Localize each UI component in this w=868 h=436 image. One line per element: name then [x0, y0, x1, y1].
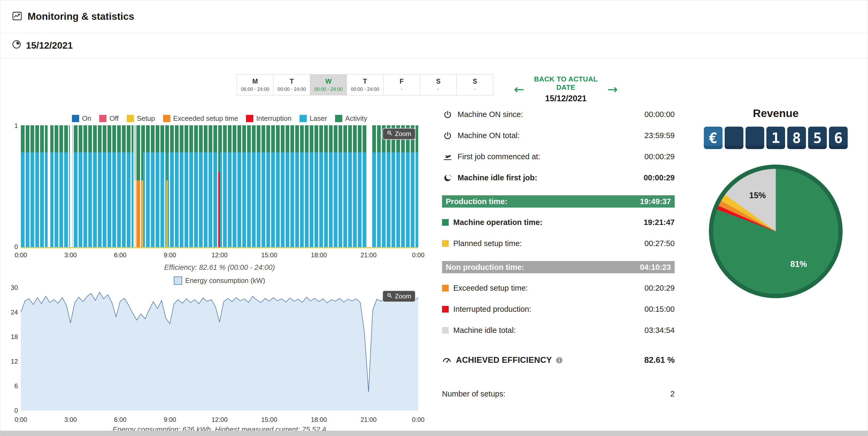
x-tick-label: 6:00: [114, 251, 126, 259]
exceeded-swatch: [442, 285, 449, 292]
timeline-segment-exceeded: [136, 180, 142, 247]
x-tick-label: 18:00: [311, 416, 327, 424]
power-icon: [442, 110, 453, 119]
day-letter: M: [252, 77, 258, 85]
zoom-in-icon: [387, 293, 393, 300]
timeline-segment-activity: [218, 125, 220, 172]
day-range: 00:00 - 24:00: [278, 87, 306, 92]
timeline-segment-activity: [220, 125, 367, 152]
timeline-y-min-label: 0: [14, 243, 18, 250]
day-cell-w[interactable]: W00:00 - 24:00: [310, 74, 347, 95]
timeline-segment-laser: [72, 152, 133, 247]
energy-consumption-chart: Zoom: [21, 288, 418, 411]
x-tick-label: 18:00: [311, 251, 327, 259]
horizontal-scrollbar[interactable]: [0, 431, 868, 436]
stat-label: Interrupted production:: [453, 305, 531, 314]
x-tick-label: 12:00: [212, 416, 227, 424]
legend-swatch: [174, 276, 182, 285]
setup-swatch: [442, 240, 449, 247]
day-cell-t[interactable]: T00:00 - 24:00: [274, 74, 310, 95]
legend-item: Exceeded setup time: [163, 114, 238, 123]
clock-icon: [12, 40, 21, 51]
stat-value: 03:34:54: [645, 326, 675, 335]
timeline-y-max-label: 1: [14, 122, 18, 130]
stat-section-bar: Non production time:04:10:23: [442, 261, 675, 273]
y-tick-label: 0: [14, 407, 18, 414]
stat-label: Exceeded setup time:: [453, 284, 528, 293]
timeline-x-axis: 0:003:006:009:0012:0015:0018:0021:000:00: [21, 251, 418, 259]
legend-swatch: [99, 115, 106, 122]
legend-swatch: [72, 115, 79, 122]
stat-bar-value: 19:49:37: [640, 197, 671, 206]
x-tick-label: 6:00: [114, 416, 126, 424]
timeline-segment-activity: [170, 125, 217, 152]
stat-value: 00:00:00: [645, 110, 675, 119]
date-header: 15/12/2021: [0, 33, 868, 58]
stat-row: Machine idle total:03:34:54: [442, 320, 675, 341]
energy-zoom-button[interactable]: Zoom: [382, 291, 415, 302]
x-tick-label: 12:00: [212, 251, 227, 259]
day-cell-s[interactable]: S-: [457, 74, 493, 95]
day-cell-f[interactable]: F-: [383, 74, 420, 95]
stat-label: Machine idle first job:: [458, 173, 537, 182]
next-day-arrow-icon[interactable]: →: [606, 83, 619, 96]
stat-label: Machine ON total:: [458, 131, 520, 140]
stat-label: Planned setup time:: [453, 239, 522, 248]
stat-value: 00:15:00: [645, 305, 675, 314]
stat-bar-label: Non production time:: [446, 263, 524, 272]
page-title: Monitoring & statistics: [28, 11, 134, 22]
x-tick-label: 3:00: [64, 251, 77, 259]
legend-label: Off: [110, 114, 119, 123]
legend-label: Energy consumption (kW): [185, 276, 265, 285]
timeline-segment-activity: [136, 125, 142, 180]
stat-value: 19:21:47: [644, 218, 675, 227]
x-tick-label: 0:00: [15, 251, 27, 259]
legend-item: On: [72, 114, 91, 123]
day-letter: S: [436, 77, 441, 85]
energy-area-series: [21, 288, 418, 411]
efficiency-caption: Efficiency: 82.61 % (00:00 - 24:00): [21, 263, 418, 272]
number-of-setups-value: 2: [671, 390, 675, 398]
day-cell-m[interactable]: M06:00 - 24:00: [237, 74, 274, 95]
energy-x-axis: 0:003:006:009:0012:0015:0018:0021:000:00: [21, 416, 418, 424]
stat-row: Machine operation time:19:21:47: [442, 212, 675, 233]
stat-row: Interrupted production:00:15:00: [442, 299, 675, 320]
monitoring-page: Monitoring & statistics 15/12/2021 M06:0…: [0, 0, 868, 436]
timeline-segment-laser: [170, 152, 217, 247]
day-cell-s[interactable]: S-: [420, 74, 457, 95]
day-letter: S: [473, 77, 477, 85]
legend-swatch: [246, 115, 253, 122]
legend-label: Laser: [310, 114, 327, 123]
legend-swatch: [163, 115, 170, 122]
digit-tile: [746, 127, 764, 149]
timeline-segment-activity: [21, 125, 48, 152]
stat-value: 00:27:50: [645, 239, 675, 248]
revenue-panel: Revenue €1856 81%15%: [701, 107, 850, 298]
time-distribution-pie-chart: 81%15%: [709, 165, 843, 298]
previous-day-arrow-icon[interactable]: ←: [513, 83, 526, 96]
timeline-segment-laser: [21, 152, 48, 247]
statistics-rows: Machine ON since:00:00:00Machine ON tota…: [442, 104, 675, 341]
legend-label: Activity: [345, 114, 367, 123]
pie-slice-label: 81%: [790, 259, 807, 269]
timeline-segment-activity: [50, 125, 69, 152]
timeline-segment-laser: [371, 152, 418, 247]
timeline-zoom-button[interactable]: Zoom: [382, 128, 415, 140]
stat-value: 00:20:29: [645, 284, 675, 293]
day-cell-t[interactable]: T00:00 - 24:00: [347, 74, 383, 95]
info-icon[interactable]: [556, 357, 563, 364]
x-tick-label: 9:00: [164, 416, 176, 424]
y-tick-label: 30: [11, 284, 18, 292]
selected-date: 15/12/2021: [526, 94, 606, 103]
timeline-segment-activity: [72, 125, 133, 152]
back-to-actual-date-button[interactable]: BACK TO ACTUAL DATE: [526, 75, 606, 92]
day-letter: T: [289, 77, 293, 85]
timeline-segment-activity: [143, 125, 166, 152]
day-letter: W: [325, 77, 332, 85]
number-of-setups-row: Number of setups: 2: [442, 390, 675, 398]
current-date-label: 15/12/2021: [26, 40, 73, 51]
stat-value: 00:00:29: [645, 152, 675, 161]
activity-swatch: [442, 219, 449, 226]
stat-row: Planned setup time:00:27:50: [442, 233, 675, 254]
x-tick-label: 0:00: [412, 251, 425, 259]
